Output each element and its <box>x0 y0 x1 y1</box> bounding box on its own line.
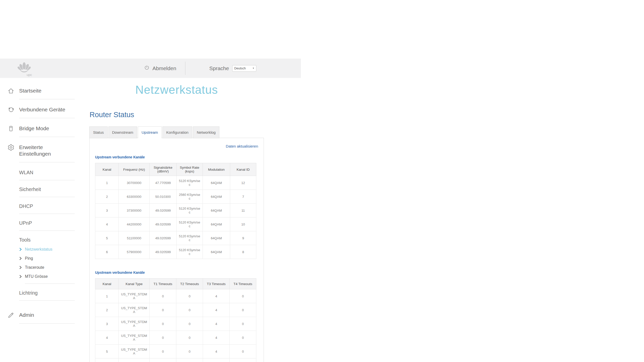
table-cell: 49.020599 <box>150 204 177 217</box>
dropdown-arrow-icon: ▼ <box>252 67 254 69</box>
logout-label: Abmelden <box>152 65 176 71</box>
table-cell: 0 <box>230 289 256 303</box>
table-cell: US_TYPE_STDMA <box>119 345 150 358</box>
table-row: 65790000049.0205995120 KSym/sec64QAM8 <box>95 245 256 259</box>
table-cell: 63300000 <box>119 190 150 204</box>
table-cell: 64QAM <box>203 245 230 259</box>
sidebar-item-lichtring[interactable]: Lichtring <box>19 290 75 307</box>
table-cell: 0 <box>150 317 176 331</box>
sidebar-item-label: Netzwerkstatus <box>25 247 75 252</box>
language-selected-value: Deutsch <box>234 67 246 70</box>
sidebar-item-verbundene-ger-te[interactable]: Verbundene Geräte <box>0 106 75 125</box>
table-cell: 0 <box>230 331 256 345</box>
sidebar-item-startseite[interactable]: Startseite <box>0 87 75 106</box>
table-cell: 49.020599 <box>150 217 177 231</box>
table-cell: US_TYPE_STDMA <box>119 317 150 331</box>
devices-icon <box>8 106 19 114</box>
table-row: 55110000049.0205995120 KSym/sec64QAM9 <box>95 231 256 245</box>
table-cell: 30700000 <box>119 176 150 190</box>
upc-logo: upc <box>14 60 34 77</box>
table-cell: 4 <box>203 345 230 358</box>
sidebar-item-sicherheit[interactable]: Sicherheit <box>19 186 75 203</box>
sidebar-item-ping[interactable]: Ping <box>19 256 75 265</box>
table-row: 5US_TYPE_STDMA0040 <box>95 345 256 358</box>
sidebar-item-tools[interactable]: Tools <box>19 237 75 247</box>
table-cell: 0 <box>150 331 176 345</box>
table-cell: 5120 KSym/sec <box>177 231 203 245</box>
column-header-t4-timeouts: T4 Timeouts <box>230 279 256 289</box>
table-cell: 64QAM <box>203 217 230 231</box>
sidebar-item-upnp[interactable]: UPnP <box>19 220 75 237</box>
table-row: 4US_TYPE_STDMA0040 <box>95 331 256 345</box>
sidebar-item-label: Admin <box>19 312 75 324</box>
table-cell: 6 <box>95 358 119 362</box>
table-cell: 0 <box>230 303 256 317</box>
table-cell: 0 <box>150 345 176 358</box>
language-select[interactable]: Deutsch ▼ <box>232 65 256 72</box>
tab-networklog[interactable]: Networklog <box>193 126 219 138</box>
refresh-data-link[interactable]: Daten aktualisieren <box>226 144 258 148</box>
table-row: 13070000047.7705995120 KSym/sec64QAM12 <box>95 176 256 190</box>
table-row: 3US_TYPE_STDMA0040 <box>95 317 256 331</box>
home-icon <box>8 87 19 95</box>
table-cell: 4 <box>203 358 230 362</box>
sidebar-item-label: Bridge Mode <box>19 125 75 137</box>
tab-status[interactable]: Status <box>89 126 108 138</box>
column-header-modulation: Modulation <box>203 163 230 176</box>
table-cell: 5120 KSym/sec <box>177 204 203 217</box>
table-cell: 4 <box>203 331 230 345</box>
sidebar-item-mtu-gr-sse[interactable]: MTU Grösse <box>19 274 75 290</box>
tab-downstream[interactable]: Downstream <box>108 126 137 138</box>
sidebar-item-label: WLAN <box>19 169 75 180</box>
sidebar-item-admin[interactable]: Admin <box>0 312 75 331</box>
table-cell: US_TYPE_STDMA <box>119 331 150 345</box>
chevron-right-icon <box>19 248 22 252</box>
table-row: 2US_TYPE_STDMA0040 <box>95 303 256 317</box>
table-cell: 64QAM <box>203 190 230 204</box>
column-header-kanal: Kanal <box>95 163 119 176</box>
channels-table-title: Upstream verbundene Kanäle <box>95 155 264 159</box>
table-cell: 12 <box>230 176 256 190</box>
table-cell: 64QAM <box>203 204 230 217</box>
table-cell: 2560 KSym/sec <box>177 190 203 204</box>
table-row: 1US_TYPE_STDMA0040 <box>95 289 256 303</box>
tab-upstream[interactable]: Upstream <box>138 126 162 138</box>
sidebar-item-wlan[interactable]: WLAN <box>19 169 75 186</box>
column-header-kanal-id: Kanal ID <box>230 163 256 176</box>
table-cell: 4 <box>95 217 119 231</box>
tab-konfiguration[interactable]: Konfiguration <box>163 126 192 138</box>
table-cell: 0 <box>150 303 176 317</box>
table-cell: 0 <box>150 358 176 362</box>
table-cell: 5120 KSym/sec <box>177 217 203 231</box>
pencil-icon <box>8 312 19 320</box>
column-header-symbol-rate-ksps: Symbol Rate (ksps) <box>177 163 203 176</box>
sidebar-item-netzwerkstatus[interactable]: Netzwerkstatus <box>19 247 75 256</box>
sidebar-item-label: Sicherheit <box>19 186 75 197</box>
table-cell: 0 <box>176 358 203 362</box>
table-cell: 6 <box>95 245 119 259</box>
power-icon <box>144 65 150 72</box>
header-bar: upc Abmelden Sprache Deutsch ▼ <box>0 59 301 78</box>
column-header-t3-timeouts: T3 Timeouts <box>203 279 230 289</box>
logout-button[interactable]: Abmelden <box>144 59 176 78</box>
header-divider <box>185 62 185 75</box>
sidebar-item-label: Ping <box>25 256 75 261</box>
sidebar-item-traceroute[interactable]: Traceroute <box>19 265 75 274</box>
table-cell: 50.010300 <box>150 190 177 204</box>
sidebar-item-erweiterte-einstellungen[interactable]: Erweiterte Einstellungen <box>0 144 75 169</box>
column-header-signalst-rke-dbmv: Signalstärke (dBmV) <box>150 163 177 176</box>
table-cell: 0 <box>230 345 256 358</box>
sidebar-item-bridge-mode[interactable]: Bridge Mode <box>0 125 75 144</box>
table-cell: 4 <box>203 289 230 303</box>
table-cell: 4 <box>203 317 230 331</box>
table-cell: 0 <box>230 358 256 362</box>
sidebar-nav: StartseiteVerbundene GeräteBridge ModeEr… <box>0 87 75 331</box>
table-cell: 64QAM <box>203 176 230 190</box>
table-cell: 0 <box>176 345 203 358</box>
column-header-kanal: Kanal <box>95 279 119 289</box>
sidebar-item-label: Tools <box>19 237 75 243</box>
table-row: 44420000049.0205995120 KSym/sec64QAM10 <box>95 217 256 231</box>
table-cell: 4 <box>95 331 119 345</box>
sidebar-item-dhcp[interactable]: DHCP <box>19 203 75 220</box>
column-header-frequenz-hz: Frequenz (Hz) <box>119 163 150 176</box>
